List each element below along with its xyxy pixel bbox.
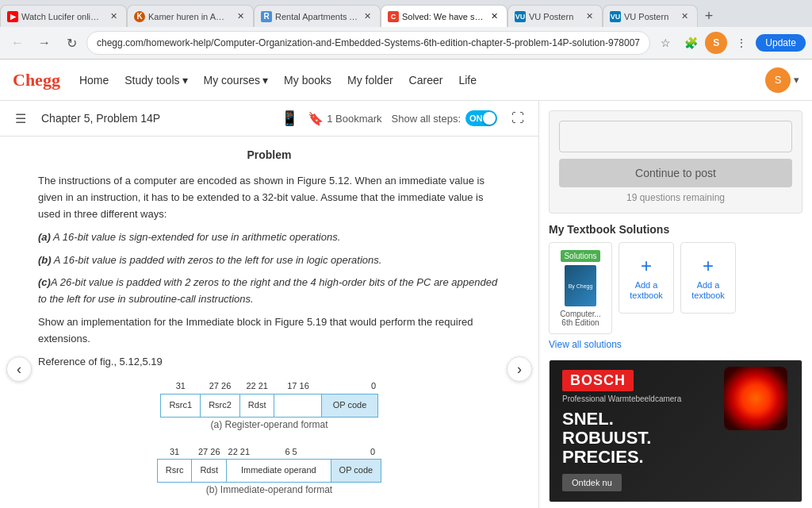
tab-favicon-youtube: ▶ — [7, 11, 18, 22]
part-b-letter: b — [41, 254, 48, 266]
tab-close-vu1[interactable]: ✕ — [583, 10, 596, 23]
profile-button[interactable]: S — [705, 32, 727, 54]
add-textbook-button-1[interactable]: + Add a textbook — [619, 242, 674, 314]
plus-icon-1: + — [641, 255, 652, 277]
thermal-camera-image — [724, 367, 795, 438]
bosch-line2: ROBUUST. — [562, 429, 651, 448]
nav-my-courses[interactable]: My courses ▾ — [204, 74, 269, 87]
continue-label: Continue to post — [635, 167, 716, 179]
nav-links: Home Study tools ▾ My courses ▾ My books… — [79, 74, 765, 87]
tab-vu2[interactable]: VU VU Postern ✕ — [603, 5, 698, 27]
bosch-cta-button[interactable]: Ontdek nu — [562, 474, 622, 491]
tab-label-vu1: VU Postern — [529, 12, 580, 21]
tab-close-youtube[interactable]: ✕ — [107, 10, 120, 23]
figure-a-number-row: 31 27 26 22 21 17 16 0 — [161, 379, 377, 394]
update-label: Update — [765, 37, 796, 48]
opcode-cell-b: OP code — [331, 460, 381, 483]
num-0-b: 0 — [364, 445, 381, 460]
nav-my-books-label: My books — [284, 74, 331, 87]
ad-banner-bosch: BOSCH Professional Warmtebeeldcamera SNE… — [549, 360, 802, 502]
nav-career[interactable]: Career — [409, 74, 443, 87]
chevron-down-icon-nav: ▾ — [794, 74, 799, 86]
num-6-5-b: 6 5 — [251, 445, 331, 460]
tab-close-chegg[interactable]: ✕ — [488, 10, 500, 23]
tab-label-youtube: Watch Lucifer online free — [21, 12, 104, 21]
nav-study-tools[interactable]: Study tools ▾ — [124, 74, 187, 87]
textbook-card-1[interactable]: Solutions By Chegg Computer... 6th Editi… — [549, 242, 612, 334]
prev-arrow[interactable]: ‹ — [6, 356, 32, 382]
nav-right-section: S ▾ — [765, 67, 799, 93]
nav-my-books[interactable]: My books — [284, 74, 331, 87]
nav-home[interactable]: Home — [79, 74, 109, 87]
tab-close-rental[interactable]: ✕ — [361, 10, 373, 23]
rsrc-cell-b: Rsrc — [157, 460, 192, 483]
show-steps-toggle[interactable]: ON — [465, 110, 497, 126]
toggle-on-label: ON — [469, 114, 483, 123]
add-textbook-button-2[interactable]: + Add a textbook — [680, 242, 736, 314]
solution-toolbar: ☰ Chapter 5, Problem 14P 📱 🔖 1 Bookmark … — [0, 101, 538, 137]
add-textbook-label-1: Add a textbook — [619, 280, 673, 301]
toggle-knob — [483, 112, 496, 125]
problem-reference: Reference of fig., 5.12,5.19 — [38, 354, 500, 371]
expand-button[interactable]: ⛶ — [507, 107, 529, 129]
tab-chegg[interactable]: C Solved: We have seen how... ✕ — [381, 5, 508, 27]
num-22-21: 22 21 — [239, 379, 274, 394]
extension-button[interactable]: 🧩 — [680, 32, 702, 54]
num-27-26: 27 26 — [201, 379, 240, 394]
tab-kamer[interactable]: K Kamer huren in Amsterdam ✕ — [127, 5, 254, 27]
left-panel: ☰ Chapter 5, Problem 14P 📱 🔖 1 Bookmark … — [0, 101, 539, 508]
figure-b-label: (b) Immediate-operand format — [206, 483, 332, 498]
textbook-solutions: Solutions By Chegg Computer... 6th Editi… — [549, 242, 802, 334]
tab-vu1[interactable]: VU VU Postern ✕ — [508, 5, 603, 27]
address-bar: ← → ↻ ☆ 🧩 S ⋮ Update — [0, 27, 812, 59]
browser-chrome: ▶ Watch Lucifer online free ✕ K Kamer hu… — [0, 0, 812, 60]
url-input[interactable] — [87, 32, 649, 54]
bosch-logo: BOSCH — [562, 370, 634, 391]
part-c-text: A 26-bit value is padded with 2 zeros to… — [38, 276, 497, 305]
update-button[interactable]: Update — [756, 34, 806, 52]
part-a-letter: a — [41, 231, 47, 243]
my-textbook-title: My Textbook Solutions — [549, 223, 802, 236]
nav-my-courses-label: My courses — [204, 74, 261, 87]
empty-cell-a — [274, 394, 322, 417]
num-27-26-b: 27 26 — [192, 445, 227, 460]
bosch-tagline: Professional Warmtebeeldcamera — [562, 394, 681, 403]
tab-favicon-vu1: VU — [515, 11, 526, 22]
tab-close-vu2[interactable]: ✕ — [678, 10, 691, 23]
bookmark-star-button[interactable]: ☆ — [654, 32, 676, 54]
chegg-logo[interactable]: Chegg — [13, 70, 60, 90]
part-a-text: A 16-bit value is sign-extended for use … — [53, 231, 340, 243]
bookmark-count: 1 Bookmark — [327, 113, 381, 125]
post-input-box[interactable] — [559, 121, 792, 152]
phone-icon: 📱 — [281, 110, 298, 127]
new-tab-button[interactable]: + — [698, 5, 720, 27]
back-button[interactable]: ← — [6, 32, 29, 54]
tab-close-kamer[interactable]: ✕ — [234, 10, 247, 23]
nav-study-tools-label: Study tools — [124, 74, 179, 87]
problem-part-c: (c)A 26-bit value is padded with 2 zeros… — [38, 275, 500, 308]
view-all-solutions-link[interactable]: View all solutions — [549, 339, 802, 350]
reload-button[interactable]: ↻ — [60, 32, 82, 54]
user-avatar[interactable]: S — [765, 67, 791, 93]
num-empty-b — [331, 445, 364, 460]
more-menu-button[interactable]: ⋮ — [730, 32, 753, 54]
continue-to-post-button[interactable]: Continue to post — [559, 159, 792, 187]
part-c-letter: c — [41, 276, 47, 288]
nav-life[interactable]: Life — [458, 74, 477, 87]
num-17-16: 17 16 — [274, 379, 322, 394]
tab-rental[interactable]: R Rental Apartments Amster... ✕ — [254, 5, 381, 27]
figure-a: 31 27 26 22 21 17 16 0 Rsrc1 Rsrc2 Rdst … — [38, 379, 500, 435]
bookmark-button[interactable]: 🔖 1 Bookmark — [308, 111, 381, 126]
menu-icon[interactable]: ☰ — [10, 107, 32, 129]
next-arrow[interactable]: › — [507, 356, 532, 382]
ad-bosch-content: BOSCH Professional Warmtebeeldcamera SNE… — [550, 360, 802, 502]
imm-operand-cell: Immediate operand — [227, 460, 331, 483]
problem-content: ‹ › Problem The instructions of a comput… — [0, 137, 538, 508]
nav-my-folder[interactable]: My folder — [347, 74, 393, 87]
textbook-edition: 6th Edition — [556, 318, 605, 327]
tab-youtube[interactable]: ▶ Watch Lucifer online free ✕ — [0, 5, 127, 27]
forward-button[interactable]: → — [33, 32, 56, 54]
tab-favicon-rental: R — [261, 11, 272, 22]
bosch-cta-label: Ontdek nu — [572, 478, 612, 487]
tab-label-rental: Rental Apartments Amster... — [275, 12, 358, 21]
